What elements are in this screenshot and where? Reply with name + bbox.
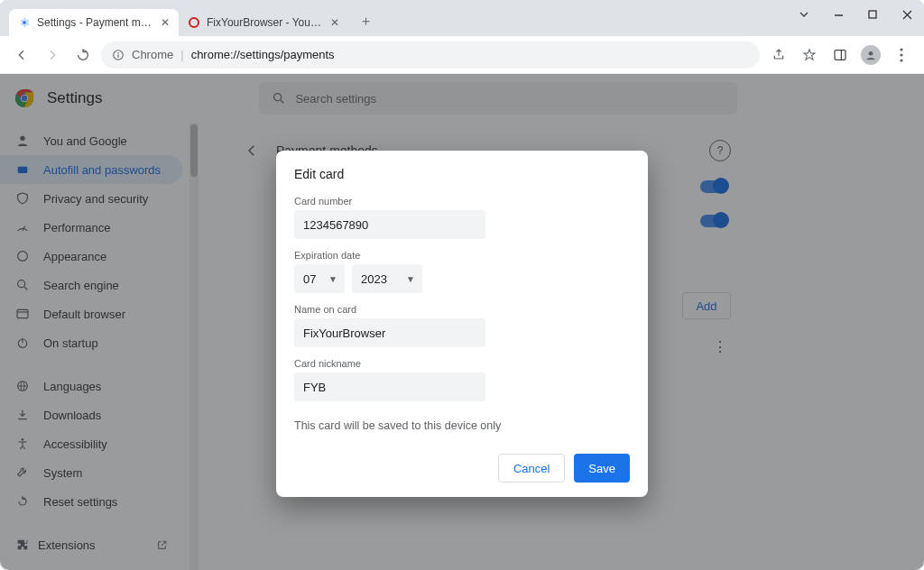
card-number-input[interactable] — [294, 210, 485, 239]
svg-point-1 — [189, 18, 199, 27]
close-icon[interactable]: ✕ — [161, 16, 170, 29]
url-host-label: Chrome — [132, 48, 173, 61]
site-info-icon[interactable] — [112, 49, 125, 61]
dialog-note: This card will be saved to this device o… — [294, 419, 630, 432]
name-on-card-input[interactable] — [294, 318, 485, 347]
reload-icon[interactable] — [70, 42, 96, 68]
window-titlebar: Settings - Payment methods ✕ FixYourBrow… — [0, 0, 924, 36]
address-bar[interactable]: Chrome | chrome://settings/payments — [101, 41, 760, 69]
svg-rect-3 — [869, 11, 876, 18]
chevron-down-icon: ▼ — [406, 274, 415, 284]
exp-month-select[interactable]: 07 ▼ — [294, 264, 345, 293]
share-icon[interactable] — [765, 41, 792, 69]
svg-point-10 — [900, 48, 902, 51]
window-controls — [787, 0, 924, 36]
card-nickname-label: Card nickname — [294, 358, 630, 369]
minimize-icon[interactable] — [821, 4, 855, 25]
svg-point-11 — [900, 53, 902, 56]
svg-point-12 — [900, 59, 902, 61]
menu-kebab-icon[interactable] — [888, 41, 915, 69]
site-favicon-icon — [188, 16, 200, 29]
expiration-label: Expiration date — [294, 250, 630, 261]
window-close-icon[interactable] — [890, 4, 924, 25]
cancel-button[interactable]: Cancel — [498, 454, 565, 483]
card-nickname-input[interactable] — [294, 372, 485, 401]
svg-point-9 — [869, 51, 873, 55]
browser-tab[interactable]: FixYourBrowser - Your Trusted Sc ✕ — [179, 9, 348, 36]
new-tab-button[interactable]: ＋ — [354, 9, 377, 32]
tab-title: FixYourBrowser - Your Trusted Sc — [207, 16, 324, 29]
maximize-icon[interactable] — [855, 4, 890, 25]
browser-toolbar: Chrome | chrome://settings/payments — [0, 36, 924, 74]
back-icon[interactable] — [9, 42, 34, 68]
browser-tab-active[interactable]: Settings - Payment methods ✕ — [9, 9, 179, 36]
svg-rect-7 — [835, 50, 845, 60]
tab-strip: Settings - Payment methods ✕ FixYourBrow… — [0, 0, 787, 36]
url-text: chrome://settings/payments — [191, 48, 335, 61]
side-panel-icon[interactable] — [827, 41, 854, 69]
chevron-down-icon[interactable] — [787, 4, 821, 25]
forward-icon[interactable] — [40, 42, 65, 68]
svg-point-5 — [117, 51, 119, 53]
edit-card-dialog: Edit card Card number Expiration date 07… — [276, 151, 648, 497]
profile-avatar[interactable] — [857, 41, 884, 69]
chevron-down-icon: ▼ — [328, 274, 337, 284]
card-number-label: Card number — [294, 196, 630, 207]
close-icon[interactable]: ✕ — [330, 16, 339, 29]
svg-rect-6 — [117, 54, 118, 58]
bookmark-star-icon[interactable] — [796, 41, 823, 69]
settings-gear-icon — [18, 16, 31, 29]
dialog-title: Edit card — [294, 167, 630, 181]
save-button[interactable]: Save — [574, 454, 630, 483]
tab-title: Settings - Payment methods — [37, 16, 154, 29]
exp-year-select[interactable]: 2023 ▼ — [352, 264, 422, 293]
name-on-card-label: Name on card — [294, 304, 630, 315]
